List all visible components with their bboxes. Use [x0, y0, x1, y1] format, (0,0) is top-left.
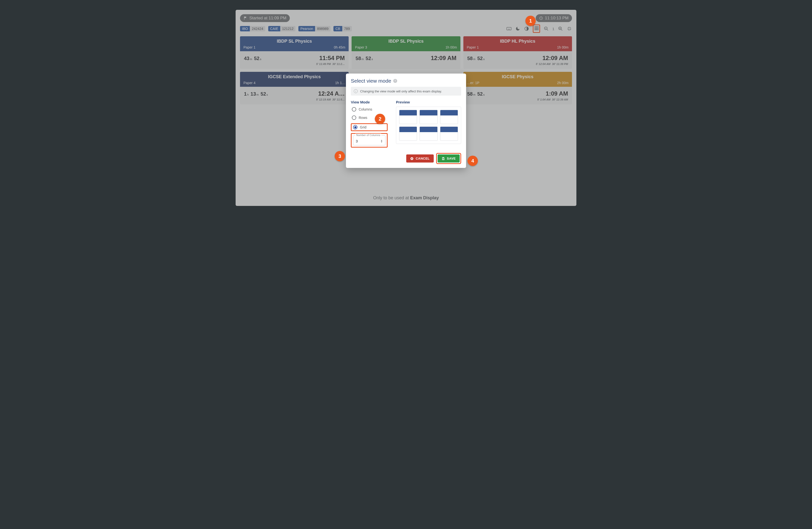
preview-card — [399, 110, 417, 124]
exam-card[interactable]: IGCSE Extended Physics Paper 41h 1… 1h 1… — [240, 72, 349, 104]
save-label: SAVE — [447, 157, 456, 160]
moon-icon[interactable] — [515, 26, 521, 31]
card-paper: …er: 1P — [467, 81, 479, 85]
numcol-field[interactable]: Number of Columns 3 ▲▼ — [353, 135, 386, 145]
card-title: IGCSE Physics — [467, 74, 568, 79]
grid-icon[interactable] — [534, 26, 539, 31]
badge-value: 242424 — [250, 26, 265, 31]
exam-card[interactable]: IBDP SL Physics Paper 10h 45m 43m 52s 11… — [240, 36, 349, 69]
card-checkpoints — [356, 62, 456, 68]
collapse-icon[interactable] — [567, 26, 572, 31]
flag-icon — [244, 16, 247, 20]
save-icon — [441, 157, 445, 160]
card-body: 58m 52s 12:09 AM 5' 12:04 AM 30' 11:39 P… — [463, 51, 572, 69]
zoom-out-icon[interactable] — [543, 26, 549, 31]
radio-columns-label: Columns — [359, 107, 372, 111]
footer-note: Only to be used at Exam Display — [236, 195, 576, 201]
card-remaining: 58m 52s — [467, 56, 485, 61]
exam-card[interactable]: IBDP HL Physics Paper 11h 00m 58m 52s 12… — [463, 36, 572, 69]
clock-pill: 11:10:13 PM — [536, 14, 572, 22]
card-checkpoints: 5' 12:19 AM 30' 11:5… — [244, 98, 345, 103]
app-window: Started at 11:09 PM 11:10:13 PM IBO24242… — [236, 10, 576, 206]
keyboard-icon[interactable] — [506, 26, 512, 31]
svg-rect-6 — [535, 28, 535, 29]
card-title: IBDP HL Physics — [467, 39, 568, 44]
zoom-in-icon[interactable] — [558, 26, 563, 31]
modal-actions: CANCEL SAVE — [351, 153, 461, 164]
board-badge: CB789 — [333, 26, 352, 31]
stepper-icon[interactable]: ▲▼ — [380, 139, 383, 143]
card-endtime: 12:24 A… — [318, 90, 345, 97]
radio-columns[interactable]: Columns — [351, 107, 390, 112]
radio-icon — [352, 107, 356, 112]
save-button-highlight: SAVE — [436, 153, 461, 164]
svg-rect-5 — [537, 27, 538, 27]
footer-prefix: Only to be used at — [373, 195, 410, 200]
numcol-highlight: Number of Columns 3 ▲▼ — [351, 133, 388, 148]
card-duration: 1h 00m — [557, 45, 568, 49]
modal-info-text: Changing the view mode will only affect … — [360, 89, 442, 93]
card-body: 58m 52s 12:09 AM — [351, 51, 460, 69]
preview-card — [440, 127, 458, 141]
view-mode-column: View Mode Columns Rows Grid — [351, 100, 390, 148]
grid-button-highlight — [533, 25, 540, 33]
svg-rect-10 — [536, 29, 537, 30]
radio-grid-highlight: Grid — [351, 123, 388, 131]
card-remaining: 43m 52s — [244, 56, 262, 61]
svg-rect-15 — [443, 157, 444, 158]
card-body: 43m 52s 11:54 PM 5' 11:49 PM 30' 11:2… — [240, 51, 349, 69]
started-label: Started at 11:09 PM — [249, 16, 286, 20]
preview-card — [420, 127, 437, 141]
meta-row: IBO242424 CAIE121212 Pearson898989 CB789… — [240, 25, 572, 33]
radio-grid[interactable]: Grid — [353, 125, 386, 129]
close-circle-icon — [410, 157, 414, 160]
svg-rect-11 — [537, 29, 538, 30]
modal-title: Select view mode ? — [351, 78, 461, 84]
badge-label: CAIE — [268, 26, 280, 31]
badge-label: Pearson — [299, 26, 315, 31]
numcol-legend: Number of Columns — [355, 134, 381, 136]
card-paper: Paper 1 — [467, 45, 479, 49]
card-title: IBDP SL Physics — [355, 39, 457, 44]
annotation-3: 3 — [335, 151, 345, 161]
footer-bold: Exam Display — [410, 195, 439, 200]
view-mode-heading: View Mode — [351, 100, 390, 104]
badge-label: CB — [333, 26, 342, 31]
badge-value: 789 — [342, 26, 352, 31]
save-button[interactable]: SAVE — [438, 155, 460, 163]
radio-grid-label: Grid — [360, 125, 366, 129]
card-duration: 2h 00m — [557, 81, 568, 85]
card-endtime: 12:09 AM — [542, 55, 568, 61]
annotation-1: 1 — [525, 16, 536, 26]
preview-card — [399, 127, 417, 141]
svg-rect-3 — [535, 27, 535, 27]
card-duration: 1h 1… — [335, 81, 345, 85]
card-body: 58m 52s 1:09 AM 5' 1:04 AM 30' 12:39 AM — [463, 87, 572, 104]
toolbar-iconstrip: 1 — [506, 25, 572, 33]
card-remaining: 58m 52s — [356, 56, 373, 61]
cancel-button[interactable]: CANCEL — [406, 155, 433, 163]
card-header: IGCSE Extended Physics Paper 41h 1… — [240, 72, 349, 87]
card-checkpoints: 5' 11:49 PM 30' 11:2… — [244, 62, 345, 68]
exam-card[interactable]: IGCSE Physics …er: 1P2h 00m 58m 52s 1:09… — [463, 72, 572, 104]
badge-value: 121212 — [280, 26, 296, 31]
card-remaining: 1h 13m 52s — [244, 91, 269, 97]
help-icon[interactable]: ? — [393, 79, 397, 83]
info-icon: i — [354, 89, 358, 93]
card-paper: Paper 1 — [244, 45, 256, 49]
radio-icon — [352, 116, 356, 120]
card-header: IBDP HL Physics Paper 11h 00m — [463, 36, 572, 51]
radio-rows-label: Rows — [359, 116, 367, 120]
board-badge: Pearson898989 — [299, 26, 331, 31]
svg-rect-16 — [443, 159, 444, 160]
preview-card — [440, 110, 458, 124]
card-body: 1h 13m 52s 12:24 A… 5' 12:19 AM 30' 11:5… — [240, 87, 349, 104]
card-endtime: 11:54 PM — [319, 55, 345, 61]
card-checkpoints: 5' 12:04 AM 30' 11:39 PM — [467, 62, 568, 68]
svg-rect-7 — [536, 28, 537, 29]
preview-card — [420, 110, 437, 124]
modal-title-text: Select view mode — [351, 78, 391, 84]
contrast-icon[interactable] — [524, 26, 529, 31]
exam-card[interactable]: IBDP SL Physics Paper 31h 00m 58m 52s 12… — [351, 36, 460, 69]
card-endtime: 1:09 AM — [546, 90, 568, 97]
